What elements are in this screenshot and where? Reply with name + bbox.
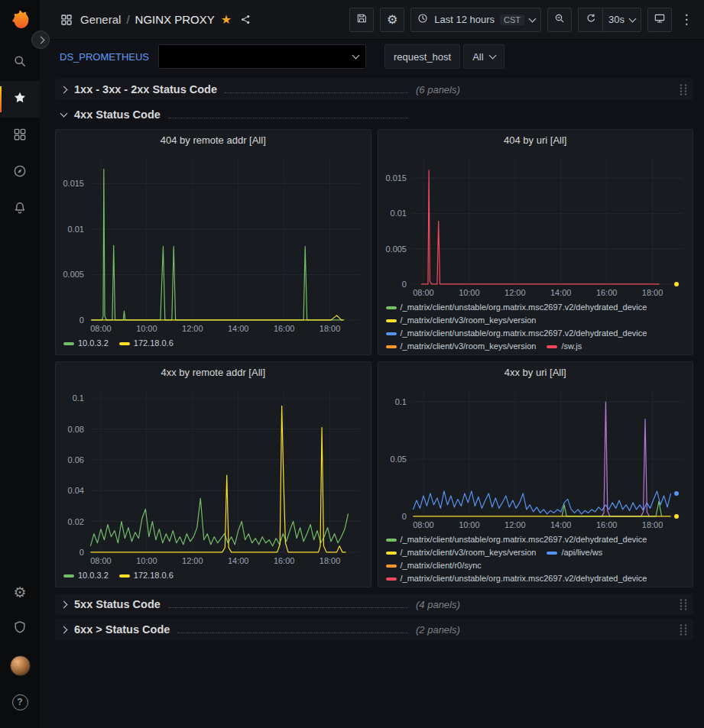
legend-item[interactable]: 10.0.3.2: [63, 569, 109, 582]
legend-item[interactable]: /_matrix/client/unstable/org.matrix.msc2…: [386, 327, 647, 340]
request-host-value: All: [472, 51, 483, 63]
row-1xx-3xx-2xx[interactable]: 1xx - 3xx - 2xx Status Code (6 panels): [55, 79, 693, 100]
svg-text:0.005: 0.005: [385, 244, 406, 254]
refresh-interval-value: 30s: [608, 14, 625, 25]
svg-text:08:00: 08:00: [90, 324, 111, 333]
sidebar-item-explore[interactable]: [0, 154, 40, 191]
svg-text:0.02: 0.02: [68, 517, 84, 526]
svg-text:18:00: 18:00: [641, 520, 662, 529]
datasource-select[interactable]: [158, 44, 366, 69]
panel-title[interactable]: 404 by uri [All]: [378, 130, 693, 150]
chevron-down-icon: [60, 110, 68, 118]
legend-item[interactable]: /api/live/ws: [547, 546, 602, 559]
dashboard-title[interactable]: NGINX PROXY: [135, 13, 215, 26]
main-area: General / NGINX PROXY ★ ⚙ Last 12 hours …: [40, 0, 704, 728]
legend-item[interactable]: 172.18.0.6: [119, 337, 174, 350]
row-left: 6xx > Status Code: [55, 623, 416, 636]
refresh-interval-select[interactable]: 30s: [602, 8, 641, 32]
help-icon: ?: [12, 694, 28, 710]
share-icon[interactable]: [239, 13, 252, 26]
tv-mode-button[interactable]: [647, 8, 672, 32]
time-series-chart[interactable]: 00.050.108:0010:0012:0014:0016:0018:00: [378, 383, 693, 532]
svg-text:0.1: 0.1: [73, 393, 84, 403]
legend-item[interactable]: /_matrix/client/v3/room_keys/version: [386, 340, 537, 353]
sidebar-item-dashboards[interactable]: [0, 118, 40, 154]
dashboard-settings-button[interactable]: ⚙: [380, 8, 404, 32]
sidebar-item-configuration[interactable]: ⚙: [0, 574, 40, 610]
row-drag-handle[interactable]: [679, 623, 688, 636]
sidebar-item-profile[interactable]: [0, 647, 40, 684]
sidebar-item-help[interactable]: ?: [0, 684, 40, 720]
sidebar-item-alerting[interactable]: [0, 191, 40, 228]
topbar: General / NGINX PROXY ★ ⚙ Last 12 hours …: [40, 0, 704, 40]
sidebar-expand-button[interactable]: [31, 31, 50, 49]
dotted-leader: [225, 92, 408, 93]
request-host-select[interactable]: All: [463, 44, 504, 69]
panel-title[interactable]: 4xx by uri [All]: [378, 362, 693, 383]
panel-title[interactable]: 4xx by remote addr [All]: [56, 362, 371, 383]
row-5xx[interactable]: 5xx Status Code (4 panels): [55, 594, 693, 615]
row-4xx[interactable]: 4xx Status Code: [55, 104, 693, 125]
legend-series-color: [386, 565, 397, 568]
legend-item[interactable]: /_matrix/client/r0/sync: [386, 559, 482, 572]
panel-legend: 10.0.3.2172.18.0.6: [56, 335, 371, 354]
legend-series-color: [63, 342, 74, 345]
legend-series-label: /_matrix/client/r0/sync: [401, 559, 482, 572]
row-6xx[interactable]: 6xx > Status Code (2 panels): [55, 619, 693, 640]
legend-series-color: [386, 332, 397, 335]
legend-item[interactable]: /_matrix/client/v3/room_keys/version: [386, 314, 537, 327]
topbar-actions: ⚙ Last 12 hours CST 30s: [349, 8, 695, 32]
dashboard-apps-icon: [60, 13, 80, 27]
row-drag-handle[interactable]: [679, 598, 688, 610]
kebab-menu-button[interactable]: ⋮: [678, 8, 695, 32]
chevron-right-icon: [37, 36, 44, 44]
legend-series-color: [386, 539, 397, 542]
chevron-right-icon: [60, 86, 68, 93]
legend-item[interactable]: /_matrix/client/unstable/org.matrix.msc2…: [386, 301, 647, 314]
zoom-out-button[interactable]: [547, 8, 572, 32]
chevron-down-icon: [529, 15, 537, 22]
favorite-star-icon[interactable]: ★: [221, 12, 232, 27]
grafana-logo-icon[interactable]: [8, 9, 31, 32]
svg-text:14:00: 14:00: [550, 520, 570, 529]
sidebar-item-starred[interactable]: [0, 81, 40, 118]
svg-text:0.015: 0.015: [63, 179, 84, 188]
sidebar-item-search[interactable]: [0, 44, 40, 81]
legend-item[interactable]: /_matrix/client/v3/room_keys/version: [386, 546, 537, 559]
panel-title[interactable]: 404 by remote addr [All]: [56, 130, 371, 150]
time-series-chart[interactable]: 00.0050.010.01508:0010:0012:0014:0016:00…: [56, 150, 371, 335]
svg-text:12:00: 12:00: [504, 288, 525, 297]
row-title: 4xx Status Code: [74, 108, 161, 121]
time-series-chart[interactable]: 00.0050.010.01508:0010:0012:0014:0016:00…: [378, 150, 693, 299]
legend-series-label: /sw.js: [561, 340, 582, 353]
row-title: 6xx > Status Code: [74, 623, 170, 636]
dashboards-grid-icon: [12, 127, 28, 145]
time-series-chart[interactable]: 00.020.040.060.080.108:0010:0012:0014:00…: [56, 383, 371, 568]
avatar: [10, 655, 31, 676]
legend-item[interactable]: 10.0.3.2: [63, 337, 109, 350]
chevron-down-icon: [488, 52, 496, 60]
star-icon: [12, 90, 28, 108]
svg-text:0.04: 0.04: [68, 486, 84, 495]
datasource-variable-label[interactable]: DS_PROMETHEUS: [60, 51, 149, 63]
legend-item[interactable]: /_matrix/client/unstable/org.matrix.msc2…: [386, 533, 647, 546]
time-picker-button[interactable]: Last 12 hours CST: [410, 8, 541, 32]
save-dashboard-button[interactable]: [349, 8, 374, 32]
breadcrumb-folder[interactable]: General: [80, 13, 121, 26]
breadcrumb-separator: /: [126, 13, 129, 26]
legend-item[interactable]: /_matrix/client/unstable/org.matrix.msc2…: [386, 572, 647, 585]
sidebar-item-server-admin[interactable]: [0, 610, 40, 647]
save-icon: [355, 12, 368, 27]
legend-series-color: [547, 345, 557, 348]
svg-text:0.08: 0.08: [68, 425, 84, 434]
svg-text:14:00: 14:00: [228, 324, 248, 333]
refresh-button[interactable]: [578, 8, 602, 32]
svg-text:12:00: 12:00: [182, 324, 203, 333]
svg-text:0: 0: [401, 512, 406, 521]
legend-item[interactable]: 172.18.0.6: [119, 569, 174, 582]
row-left: 4xx Status Code: [55, 108, 416, 121]
legend-series-color: [119, 342, 130, 345]
row-drag-handle[interactable]: [679, 83, 688, 95]
legend-item[interactable]: /sw.js: [547, 340, 582, 353]
row-title: 5xx Status Code: [74, 598, 161, 610]
